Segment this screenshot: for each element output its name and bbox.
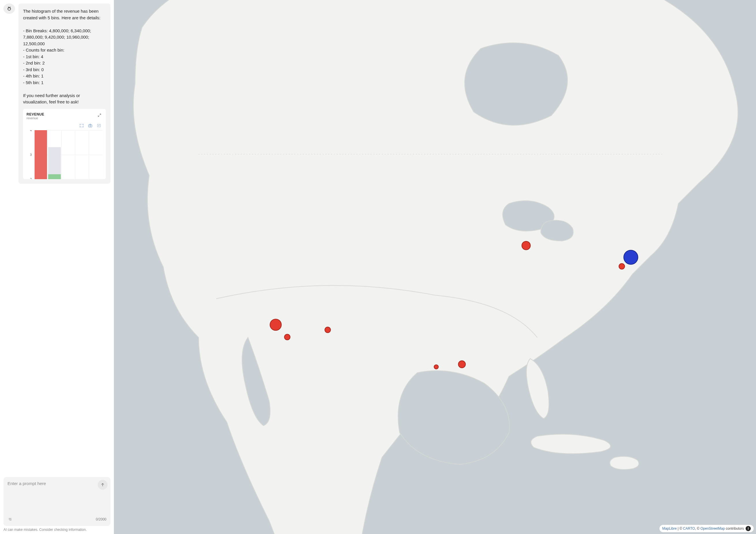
- chart-subtitle: revenue: [27, 116, 44, 120]
- map-attribution: MapLibre | © CARTO, © OpenStreetMap cont…: [660, 525, 754, 532]
- marker-houston[interactable]: [458, 361, 465, 368]
- histogram-bars: [34, 130, 102, 179]
- marker-la[interactable]: [284, 334, 290, 340]
- maplibre-link[interactable]: MapLibre: [662, 526, 677, 530]
- marker-phoenix[interactable]: [325, 327, 331, 333]
- histogram-bar-1: [34, 130, 47, 179]
- zoom-reset-icon: [96, 123, 101, 128]
- marker-nyc[interactable]: [624, 250, 638, 265]
- svg-rect-3: [80, 124, 83, 127]
- chat-panel: The histogram of the revenue has been cr…: [0, 0, 114, 534]
- svg-point-7: [83, 127, 83, 127]
- map-canvas[interactable]: [114, 0, 756, 534]
- chart-title: REVENUE: [27, 112, 44, 116]
- disclaimer: AI can make mistakes. Consider checking …: [4, 528, 110, 532]
- histogram-bar-4: [75, 130, 89, 179]
- assistant-avatar: [4, 4, 15, 14]
- marker-austin[interactable]: [434, 365, 439, 369]
- svg-point-9: [90, 125, 91, 126]
- prompt-input[interactable]: [8, 481, 106, 515]
- svg-point-1: [8, 8, 9, 9]
- arrow-up-icon: [100, 482, 105, 487]
- camera-tool[interactable]: [87, 123, 93, 128]
- carto-link[interactable]: CARTO: [683, 526, 695, 530]
- assistant-message: The histogram of the revenue has been cr…: [4, 4, 110, 184]
- histogram-card: REVENUE revenue: [23, 109, 106, 179]
- zoom-reset-tool[interactable]: [96, 123, 102, 128]
- message-card: The histogram of the revenue has been cr…: [18, 4, 110, 184]
- expand-chart-button[interactable]: [96, 112, 102, 118]
- svg-point-5: [83, 124, 83, 124]
- y-axis: 4 3 2: [27, 130, 33, 179]
- message-text: The histogram of the revenue has been cr…: [23, 8, 106, 105]
- chat-scroll: The histogram of the revenue has been cr…: [4, 4, 110, 473]
- marker-sf[interactable]: [270, 319, 282, 330]
- histogram-bar-5: [89, 130, 102, 179]
- box-select-icon: [79, 123, 84, 128]
- camera-icon: [88, 123, 93, 128]
- char-counter: 0/2000: [96, 517, 106, 521]
- attribution-info-button[interactable]: i: [745, 526, 751, 531]
- histogram-bar-2: [47, 130, 61, 179]
- histogram-body: 4 3 2: [27, 130, 102, 179]
- svg-rect-8: [89, 124, 92, 127]
- histogram-bar-3: [62, 130, 75, 179]
- expand-icon: [97, 113, 101, 117]
- osm-link[interactable]: OpenStreetMap: [700, 526, 725, 530]
- box-select-tool[interactable]: [79, 123, 85, 128]
- marker-dc[interactable]: [619, 264, 625, 269]
- marker-chicago[interactable]: [522, 242, 530, 250]
- svg-point-2: [10, 8, 10, 9]
- wrap-icon: [8, 517, 13, 521]
- prompt-box: 0/2000: [4, 477, 110, 526]
- svg-point-0: [8, 8, 11, 11]
- map-panel[interactable]: MapLibre | © CARTO, © OpenStreetMap cont…: [114, 0, 756, 534]
- robot-icon: [6, 6, 12, 12]
- send-button[interactable]: [98, 480, 108, 490]
- wrap-toggle[interactable]: [8, 517, 13, 522]
